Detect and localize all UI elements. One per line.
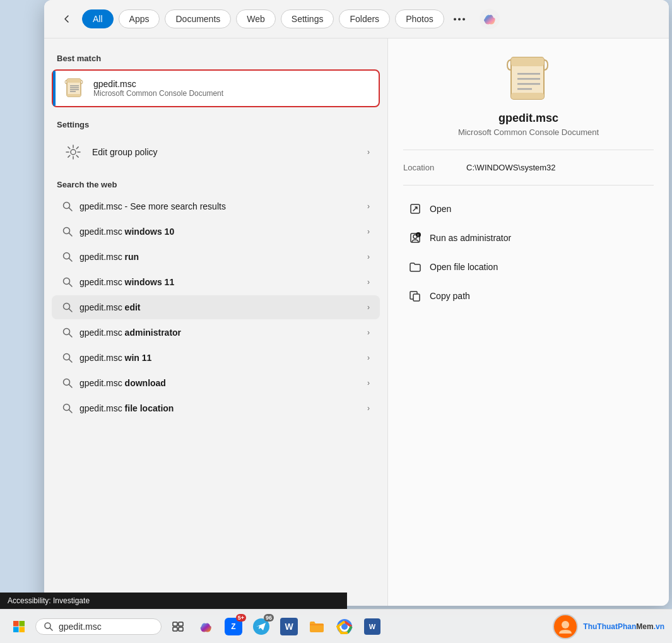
web-item-6[interactable]: gpedit.msc win 11 ›	[52, 346, 380, 370]
svg-point-0	[454, 18, 456, 20]
svg-rect-33	[511, 93, 544, 99]
open-icon	[408, 202, 422, 216]
svg-line-22	[69, 309, 73, 312]
web-item-8[interactable]: gpedit.msc file location ›	[52, 396, 380, 420]
zalo-taskbar[interactable]: Z 5+	[222, 615, 245, 638]
action-open[interactable]: Open	[403, 196, 654, 222]
web-item-4[interactable]: gpedit.msc edit ›	[52, 295, 380, 319]
web-item-2-left: gpedit.msc run	[62, 251, 139, 263]
svg-line-14	[69, 208, 73, 211]
best-match-item[interactable]: gpedit.msc Microsoft Common Console Docu…	[52, 69, 380, 107]
web-item-3-text: gpedit.msc windows 11	[80, 277, 174, 287]
start-button[interactable]	[8, 615, 30, 638]
telegram-taskbar[interactable]: 96	[250, 615, 273, 638]
web-item-7-chevron: ›	[367, 379, 370, 387]
filter-folders[interactable]: Folders	[339, 9, 390, 28]
svg-rect-43	[413, 294, 420, 301]
action-copy[interactable]: Copy path	[403, 283, 654, 309]
task-view-button[interactable]	[167, 615, 189, 638]
word2-taskbar[interactable]: W	[361, 615, 384, 638]
web-item-7-text: gpedit.msc download	[80, 378, 166, 388]
detail-location-row: Location C:\WINDOWS\system32	[403, 163, 654, 172]
search-icon	[62, 403, 73, 414]
copilot-button[interactable]	[480, 9, 500, 29]
action-admin[interactable]: ! Run as administrator	[403, 225, 654, 251]
web-item-5-text: gpedit.msc administrator	[80, 327, 181, 338]
branding-text: ThuThuatPhanMem.vn	[583, 622, 664, 631]
more-button[interactable]	[449, 9, 469, 29]
filter-settings[interactable]: Settings	[281, 9, 334, 28]
svg-line-16	[69, 233, 73, 237]
web-item-3-chevron: ›	[367, 278, 370, 286]
filter-web[interactable]: Web	[236, 9, 276, 28]
detail-icon	[504, 54, 554, 104]
best-match-title: gpedit.msc	[93, 79, 223, 89]
web-item-6-text: gpedit.msc win 11	[80, 353, 151, 363]
svg-rect-51	[179, 622, 183, 626]
web-item-0[interactable]: gpedit.msc - See more search results ›	[52, 194, 380, 218]
chevron-icon: ›	[367, 148, 370, 156]
location-value: C:\WINDOWS\system32	[466, 163, 556, 172]
branding-vn: .vn	[654, 622, 664, 631]
svg-rect-47	[20, 627, 25, 632]
taskbar-search-input[interactable]	[59, 622, 147, 632]
svg-rect-50	[173, 622, 177, 626]
web-item-1[interactable]: gpedit.msc windows 10 ›	[52, 220, 380, 244]
best-match-label: Best match	[44, 49, 387, 67]
filter-apps[interactable]: Apps	[119, 9, 160, 28]
search-icon	[62, 226, 73, 237]
detail-subtitle: Microsoft Common Console Document	[458, 127, 599, 137]
web-item-6-left: gpedit.msc win 11	[62, 352, 151, 363]
search-icon	[62, 377, 73, 389]
settings-item-group-policy[interactable]: Edit group policy ›	[52, 134, 380, 170]
search-icon	[62, 302, 73, 313]
filter-all[interactable]: All	[82, 9, 114, 28]
web-item-2-chevron: ›	[367, 252, 370, 261]
taskbar: Z 5+ 96 W W	[0, 609, 672, 643]
web-item-5[interactable]: gpedit.msc administrator ›	[52, 321, 380, 345]
web-item-2[interactable]: gpedit.msc run ›	[52, 245, 380, 269]
taskbar-branding: ThuThuatPhanMem.vn	[553, 614, 664, 639]
avatar	[553, 614, 578, 639]
web-item-8-left: gpedit.msc file location	[62, 403, 174, 414]
filter-bar: All Apps Documents Web Settings Folders …	[44, 0, 669, 38]
web-item-6-chevron: ›	[367, 353, 370, 362]
svg-point-1	[458, 18, 461, 20]
branding-phan: Phan	[618, 622, 636, 631]
svg-rect-52	[173, 627, 177, 631]
zalo-badge: 5+	[236, 614, 246, 622]
web-item-7-left: gpedit.msc download	[62, 377, 166, 389]
right-panel: gpedit.msc Microsoft Common Console Docu…	[388, 38, 669, 606]
filter-documents[interactable]: Documents	[165, 9, 231, 28]
search-panel: All Apps Documents Web Settings Folders …	[44, 0, 669, 606]
msc-icon	[63, 77, 86, 100]
branding-colored: ThuThuat	[583, 622, 618, 631]
best-match-text: gpedit.msc Microsoft Common Console Docu…	[93, 79, 223, 98]
explorer-taskbar[interactable]	[305, 615, 328, 638]
blue-accent	[53, 71, 56, 106]
back-button[interactable]	[57, 9, 77, 29]
word-taskbar[interactable]: W	[278, 615, 300, 638]
left-panel: Best match	[44, 38, 388, 606]
chrome-taskbar[interactable]	[333, 615, 356, 638]
settings-item-title: Edit group policy	[92, 147, 158, 157]
accessibility-bar: Accessibility: Investigate	[0, 593, 347, 609]
taskbar-search[interactable]	[35, 618, 162, 635]
settings-item-left: Edit group policy	[62, 141, 158, 163]
svg-point-2	[463, 18, 465, 20]
admin-icon: !	[408, 231, 422, 245]
web-item-7[interactable]: gpedit.msc download ›	[52, 371, 380, 395]
web-item-8-chevron: ›	[367, 404, 370, 413]
svg-rect-7	[67, 94, 81, 97]
web-item-3[interactable]: gpedit.msc windows 11 ›	[52, 270, 380, 294]
filter-photos[interactable]: Photos	[395, 9, 444, 28]
svg-line-30	[69, 410, 73, 413]
location-label: Location	[403, 163, 454, 172]
web-item-4-chevron: ›	[367, 303, 370, 312]
search-icon	[62, 276, 73, 288]
web-item-0-text: gpedit.msc - See more search results	[80, 201, 226, 211]
settings-label: Settings	[44, 115, 387, 133]
copilot-taskbar[interactable]	[194, 615, 217, 638]
web-item-2-text: gpedit.msc run	[80, 252, 139, 262]
action-folder[interactable]: Open file location	[403, 254, 654, 280]
